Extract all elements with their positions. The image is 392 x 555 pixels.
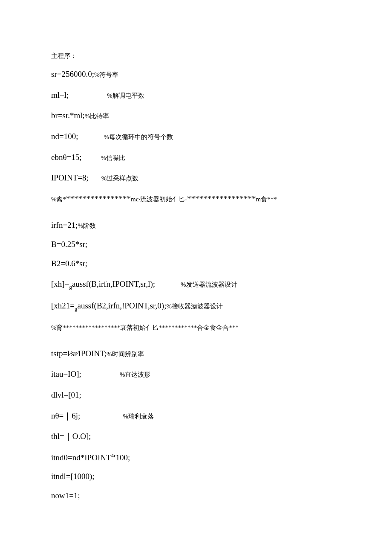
code-line: dlvl=[01; bbox=[51, 389, 341, 401]
comment-text: %时间辨别率 bbox=[107, 351, 144, 357]
text: m食*** bbox=[256, 196, 277, 203]
code-text: itau=IO]; bbox=[51, 369, 81, 378]
code-text: now1=1; bbox=[51, 491, 80, 500]
code-line: B2=0.6*sr; bbox=[51, 258, 341, 270]
code-line: %禽*****************mc·流波器初始亻匕-**********… bbox=[51, 193, 341, 205]
text: **************** bbox=[66, 194, 131, 203]
comment-text: %过采样点数 bbox=[101, 175, 139, 182]
comment-text: %解调电平数 bbox=[107, 92, 144, 99]
code-line: irfn=21;%阶数 bbox=[51, 220, 341, 231]
code-text: IPOINT=8; bbox=[51, 173, 89, 182]
code-text: B2=0.6*sr; bbox=[51, 259, 87, 268]
comment-text: %直达波形 bbox=[120, 371, 151, 378]
code-text: [xh21= bbox=[51, 301, 75, 310]
code-line: nd=100;%每次循环中的符号个数 bbox=[51, 131, 341, 142]
code-text: ml=l; bbox=[51, 90, 69, 99]
comment-text: %符号率 bbox=[94, 71, 119, 78]
code-text: tstp=l⁄sr⁄IPOINT; bbox=[51, 349, 107, 358]
code-text: irfn=21; bbox=[51, 221, 78, 230]
code-line: thl=｜O.O]; bbox=[51, 431, 341, 442]
code-line: itnd0=nd*IPOINT4r100; bbox=[51, 452, 341, 464]
comment-text: %发送器流波器设计 bbox=[181, 281, 237, 288]
comment-text: %禽* bbox=[51, 196, 66, 203]
comment-text: %阶数 bbox=[78, 222, 96, 229]
code-text: sr=256000.0; bbox=[51, 70, 94, 78]
code-text: itnd0=nd*IPOINT bbox=[51, 453, 111, 462]
code-text: br=sr.*ml; bbox=[51, 111, 85, 120]
code-line: br=sr.*ml;%比特率 bbox=[51, 110, 341, 122]
code-text: B=0.25*sr; bbox=[51, 240, 87, 249]
code-text: thl=｜O.O]; bbox=[51, 432, 91, 441]
code-text: aussf(B2,irfn,!POINT,sr,0); bbox=[78, 301, 167, 310]
code-line: sr=256000.0;%符号率 bbox=[51, 69, 341, 80]
code-text: [xh]= bbox=[51, 279, 69, 288]
code-line: itau=IO];%直达波形 bbox=[51, 369, 341, 380]
superscript: 4r bbox=[111, 452, 116, 459]
code-line: ebnθ=15;%信噪比 bbox=[51, 152, 341, 163]
text: ***************** bbox=[187, 194, 256, 203]
code-line: tstp=l⁄sr⁄IPOINT;%时间辨别率 bbox=[51, 348, 341, 360]
code-line: now1=1; bbox=[51, 490, 341, 502]
comment-text: %比特率 bbox=[85, 113, 110, 119]
code-text: 100; bbox=[115, 453, 130, 462]
comment-text: %瑞利衰落 bbox=[123, 413, 154, 420]
code-line: IPOINT=8;%过采样点数 bbox=[51, 172, 341, 184]
code-line: itndl=[1000); bbox=[51, 471, 341, 482]
comment-text: %每次循环中的符号个数 bbox=[104, 134, 173, 140]
comment-text: %信噪比 bbox=[101, 154, 126, 161]
text: mc·流波器初始亻匕- bbox=[131, 196, 187, 203]
code-text: ebnθ=15; bbox=[51, 153, 82, 162]
code-text: itndl=[1000); bbox=[51, 472, 95, 481]
comment-text: %接收器滤波器设计 bbox=[166, 303, 223, 310]
code-line: ml=l;%解调电平数 bbox=[51, 90, 341, 101]
code-line: B=0.25*sr; bbox=[51, 239, 341, 250]
code-text: dlvl=[01; bbox=[51, 390, 81, 399]
code-line: %育******************衰落初始亻匕************合金… bbox=[51, 322, 341, 333]
code-line: [xh21=gaussf(B2,irfn,!POINT,sr,0);%接收器滤波… bbox=[51, 300, 341, 313]
code-line: 主程序： bbox=[51, 50, 341, 61]
code-text: aussf(B,irfn,IPOINT,sr,l); bbox=[72, 279, 155, 288]
document-page: 主程序： sr=256000.0;%符号率 ml=l;%解调电平数 br=sr.… bbox=[0, 0, 392, 537]
code-text: nd=100; bbox=[51, 132, 78, 141]
code-text: nθ=｜6j; bbox=[51, 411, 80, 420]
code-line: [xh]=gaussf(B,irfn,IPOINT,sr,l);%发送器流波器设… bbox=[51, 279, 341, 291]
code-line: nθ=｜6j;%瑞利衰落 bbox=[51, 410, 341, 422]
comment-text: %育******************衰落初始亻匕************合金… bbox=[51, 324, 239, 331]
text: 主程序： bbox=[51, 52, 77, 59]
